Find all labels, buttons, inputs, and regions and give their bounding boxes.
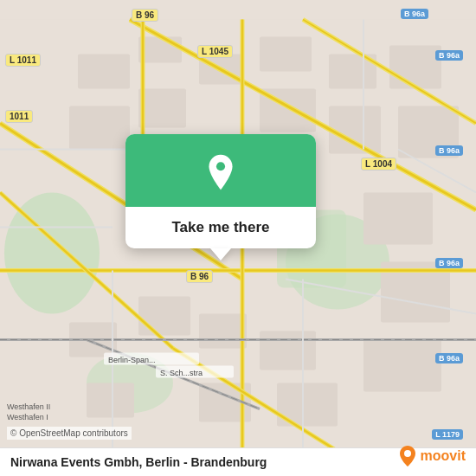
- road-label-b96-top: B 96: [132, 9, 158, 22]
- svg-text:Berlin-Span...: Berlin-Span...: [108, 356, 156, 364]
- svg-rect-7: [69, 106, 130, 150]
- take-me-there-button[interactable]: Take me there: [171, 219, 269, 236]
- svg-rect-19: [138, 297, 190, 336]
- svg-text:Westhafen II: Westhafen II: [7, 402, 50, 411]
- svg-text:Westhafen I: Westhafen I: [7, 413, 48, 421]
- location-name: Nirwana Events Gmbh, Berlin - Brandenbur…: [10, 455, 267, 469]
- popup-tail: [210, 248, 231, 261]
- road-label-b96a-right-3: B 96a: [435, 258, 463, 268]
- svg-text:S. Sch...stra: S. Sch...stra: [160, 369, 203, 377]
- svg-rect-18: [363, 340, 441, 392]
- road-label-b96a-right-2: B 96a: [435, 145, 463, 156]
- svg-rect-22: [260, 331, 316, 370]
- svg-point-59: [216, 162, 225, 170]
- map-attribution: © OpenStreetMap contributors: [7, 427, 132, 440]
- svg-rect-16: [363, 193, 433, 245]
- road-label-b96-mid: B 96: [186, 270, 213, 283]
- road-label-b96a-top-right: B 96a: [401, 9, 428, 19]
- location-pin-icon: [202, 153, 240, 191]
- svg-rect-10: [260, 37, 312, 72]
- svg-rect-5: [78, 55, 130, 89]
- road-label-l1011: L 1011: [5, 54, 41, 67]
- popup-card: Take me there: [125, 134, 316, 248]
- moovit-pin-icon: [398, 445, 417, 467]
- svg-rect-20: [199, 314, 247, 349]
- svg-point-60: [404, 450, 411, 457]
- svg-rect-23: [87, 383, 134, 418]
- svg-rect-12: [389, 46, 441, 89]
- road-label-1011: 1011: [5, 110, 33, 123]
- popup-body: Take me there: [125, 207, 316, 248]
- popup-header: [125, 134, 316, 207]
- road-label-b96a-right-1: B 96a: [435, 50, 463, 61]
- moovit-logo: moovit: [398, 445, 466, 467]
- road-label-b96a-right-4: B 96a: [435, 353, 463, 363]
- road-label-l1045: L 1045: [197, 45, 233, 58]
- moovit-text: moovit: [421, 448, 466, 464]
- road-label-l1004: L 1004: [361, 158, 396, 170]
- svg-rect-14: [329, 106, 381, 154]
- map-container: Berlin-Span... S. Sch...stra Westhafen I…: [0, 0, 476, 476]
- svg-rect-8: [138, 89, 186, 128]
- road-label-l1179: L 1179: [432, 429, 463, 440]
- bottom-bar: Nirwana Events Gmbh, Berlin - Brandenbur…: [0, 447, 476, 476]
